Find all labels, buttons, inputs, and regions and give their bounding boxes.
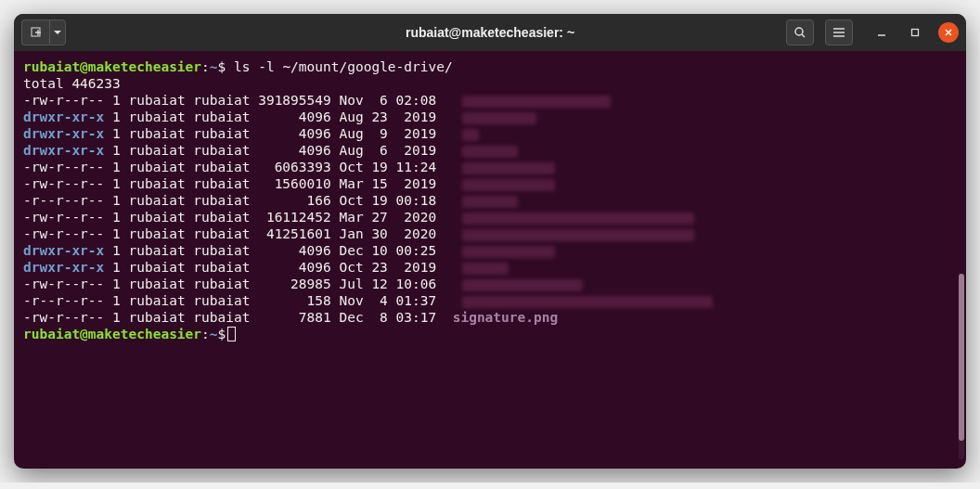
total-line: total 446233 bbox=[23, 75, 957, 92]
file-permissions: -rw-r--r-- bbox=[23, 210, 104, 225]
file-permissions: -r--r--r-- bbox=[23, 293, 104, 308]
chevron-down-icon bbox=[54, 31, 61, 35]
file-meta: 1 rubaiat rubaiat 4096 Dec 10 00:25 bbox=[104, 243, 452, 258]
file-meta: 1 rubaiat rubaiat 6063393 Oct 19 11:24 bbox=[104, 160, 452, 174]
search-button[interactable] bbox=[786, 19, 814, 45]
file-permissions: drwxr-xr-x bbox=[23, 243, 104, 258]
redacted-filename bbox=[462, 229, 694, 241]
listing-row: drwxr-xr-x 1 rubaiat rubaiat 4096 Oct 23… bbox=[23, 259, 957, 276]
prompt-line: rubaiat@maketecheasier:~$ ls -l ~/mount/… bbox=[23, 58, 957, 75]
redacted-filename bbox=[462, 263, 509, 275]
listing-row: -r--r--r-- 1 rubaiat rubaiat 166 Oct 19 … bbox=[23, 192, 957, 209]
redacted-filename bbox=[462, 96, 611, 108]
window-title: rubaiat@maketecheasier: ~ bbox=[406, 25, 574, 40]
prompt-path: ~ bbox=[210, 327, 218, 341]
file-permissions: drwxr-xr-x bbox=[23, 143, 104, 158]
file-permissions: -rw-r--r-- bbox=[23, 93, 104, 108]
scrollbar[interactable] bbox=[959, 274, 964, 459]
listing-row: -rw-r--r-- 1 rubaiat rubaiat 16112452 Ma… bbox=[23, 209, 957, 225]
file-permissions: -rw-r--r-- bbox=[23, 176, 104, 191]
minimize-icon bbox=[877, 28, 886, 37]
svg-point-3 bbox=[795, 28, 803, 35]
file-meta: 1 rubaiat rubaiat 7881 Dec 8 03:17 bbox=[104, 310, 452, 325]
listing-row: -rw-r--r-- 1 rubaiat rubaiat 28985 Jul 1… bbox=[23, 276, 957, 292]
maximize-button[interactable] bbox=[905, 22, 925, 43]
file-permissions: -rw-r--r-- bbox=[23, 310, 104, 325]
listing-row: -rw-r--r-- 1 rubaiat rubaiat 391895549 N… bbox=[23, 92, 957, 109]
file-meta: 1 rubaiat rubaiat 158 Nov 4 01:37 bbox=[104, 293, 452, 308]
listing-row: -r--r--r-- 1 rubaiat rubaiat 158 Nov 4 0… bbox=[23, 292, 957, 309]
file-permissions: -rw-r--r-- bbox=[23, 277, 104, 291]
file-meta: 1 rubaiat rubaiat 166 Oct 19 00:18 bbox=[104, 193, 452, 208]
file-meta: 1 rubaiat rubaiat 4096 Aug 9 2019 bbox=[104, 126, 452, 141]
new-tab-combo bbox=[21, 19, 66, 45]
search-icon bbox=[793, 26, 806, 39]
filename: signature.png bbox=[453, 310, 559, 325]
redacted-filename bbox=[462, 112, 536, 124]
maximize-icon bbox=[910, 28, 920, 37]
terminal-body[interactable]: rubaiat@maketecheasier:~$ ls -l ~/mount/… bbox=[14, 51, 966, 469]
listing-row: drwxr-xr-x 1 rubaiat rubaiat 4096 Dec 10… bbox=[23, 242, 957, 259]
titlebar-right bbox=[786, 19, 959, 45]
redacted-filename bbox=[462, 279, 583, 291]
file-permissions: -r--r--r-- bbox=[23, 193, 104, 208]
listing-row: -rw-r--r-- 1 rubaiat rubaiat 41251601 Ja… bbox=[23, 225, 957, 242]
hamburger-icon bbox=[832, 27, 845, 38]
svg-rect-9 bbox=[912, 30, 919, 36]
close-button[interactable] bbox=[938, 22, 959, 43]
scrollbar-thumb[interactable] bbox=[959, 274, 964, 441]
redacted-filename bbox=[462, 162, 555, 174]
menu-button[interactable] bbox=[825, 19, 853, 45]
new-tab-icon bbox=[30, 26, 43, 39]
redacted-filename bbox=[462, 179, 555, 191]
file-meta: 1 rubaiat rubaiat 4096 Oct 23 2019 bbox=[104, 260, 452, 275]
file-permissions: drwxr-xr-x bbox=[23, 126, 104, 141]
listing-row: -rw-r--r-- 1 rubaiat rubaiat 7881 Dec 8 … bbox=[23, 309, 957, 326]
prompt-user-host: rubaiat@maketecheasier bbox=[23, 59, 201, 74]
minimize-button[interactable] bbox=[871, 22, 892, 43]
close-icon bbox=[944, 28, 953, 37]
file-meta: 1 rubaiat rubaiat 41251601 Jan 30 2020 bbox=[104, 226, 452, 241]
listing-row: drwxr-xr-x 1 rubaiat rubaiat 4096 Aug 6 … bbox=[23, 142, 957, 159]
new-tab-button[interactable] bbox=[21, 19, 49, 45]
file-permissions: drwxr-xr-x bbox=[23, 109, 104, 124]
prompt-sep: : bbox=[201, 59, 210, 74]
redacted-filename bbox=[462, 196, 518, 208]
prompt-line-2: rubaiat@maketecheasier:~$ bbox=[23, 326, 957, 342]
listing-container: -rw-r--r-- 1 rubaiat rubaiat 391895549 N… bbox=[23, 92, 957, 326]
listing-row: -rw-r--r-- 1 rubaiat rubaiat 6063393 Oct… bbox=[23, 159, 957, 175]
file-meta: 1 rubaiat rubaiat 16112452 Mar 27 2020 bbox=[104, 210, 452, 225]
file-permissions: -rw-r--r-- bbox=[23, 226, 104, 241]
prompt-sep: : bbox=[201, 327, 210, 341]
file-meta: 1 rubaiat rubaiat 4096 Aug 6 2019 bbox=[104, 143, 452, 158]
new-tab-dropdown[interactable] bbox=[49, 19, 66, 45]
command-text: ls -l ~/mount/google-drive/ bbox=[234, 59, 453, 74]
svg-line-4 bbox=[802, 34, 805, 37]
prompt-user-host: rubaiat@maketecheasier bbox=[23, 327, 201, 341]
cursor bbox=[227, 327, 236, 341]
file-meta: 1 rubaiat rubaiat 1560010 Mar 15 2019 bbox=[104, 176, 452, 191]
titlebar-left bbox=[21, 19, 66, 45]
redacted-filename bbox=[462, 146, 518, 158]
prompt-path: ~ bbox=[210, 59, 218, 74]
listing-row: drwxr-xr-x 1 rubaiat rubaiat 4096 Aug 23… bbox=[23, 109, 957, 125]
file-meta: 1 rubaiat rubaiat 4096 Aug 23 2019 bbox=[104, 109, 452, 124]
terminal-window: rubaiat@maketecheasier: ~ bbox=[14, 14, 966, 469]
redacted-filename bbox=[462, 212, 694, 225]
prompt-dollar: $ bbox=[218, 327, 226, 341]
redacted-filename bbox=[462, 129, 479, 141]
file-permissions: drwxr-xr-x bbox=[23, 260, 104, 275]
listing-row: drwxr-xr-x 1 rubaiat rubaiat 4096 Aug 9 … bbox=[23, 125, 957, 142]
titlebar: rubaiat@maketecheasier: ~ bbox=[14, 14, 966, 51]
prompt-dollar: $ bbox=[218, 59, 226, 74]
file-permissions: -rw-r--r-- bbox=[23, 160, 104, 174]
redacted-filename bbox=[462, 296, 713, 308]
window-controls bbox=[871, 22, 959, 43]
file-meta: 1 rubaiat rubaiat 391895549 Nov 6 02:08 bbox=[104, 93, 452, 108]
file-meta: 1 rubaiat rubaiat 28985 Jul 12 10:06 bbox=[104, 277, 452, 291]
redacted-filename bbox=[462, 246, 555, 258]
listing-row: -rw-r--r-- 1 rubaiat rubaiat 1560010 Mar… bbox=[23, 175, 957, 192]
